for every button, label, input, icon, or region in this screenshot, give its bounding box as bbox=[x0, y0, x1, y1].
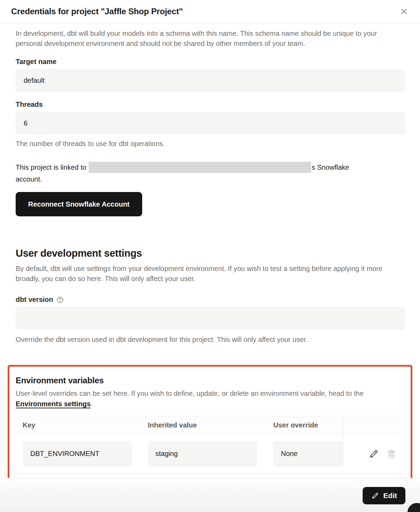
linked-account-text: This project is linked tos Snowflakeacco… bbox=[16, 161, 405, 185]
redacted-account-name bbox=[89, 162, 311, 173]
threads-label: Threads bbox=[16, 101, 405, 109]
table-row: DBT_ENVIRONMENT staging None bbox=[16, 434, 405, 474]
dbt-version-input[interactable] bbox=[16, 307, 405, 329]
table-header-row: Key Inherited value User override bbox=[16, 416, 405, 434]
dbt-version-helper-text: Override the dbt version used in dbt dev… bbox=[16, 335, 405, 345]
linked-account-suffix-2: account. bbox=[16, 173, 405, 185]
close-icon bbox=[399, 7, 409, 16]
pencil-icon bbox=[368, 448, 379, 459]
environment-variables-description: User-level overrides can be set here. If… bbox=[16, 388, 403, 409]
target-name-label: Target name bbox=[16, 58, 405, 66]
help-icon[interactable] bbox=[56, 296, 64, 304]
threads-input[interactable] bbox=[16, 112, 405, 134]
env-var-inherited-value: staging bbox=[148, 441, 257, 467]
modal-title: Credentials for project "Jaffle Shop Pro… bbox=[11, 7, 183, 16]
env-desc-period: . bbox=[91, 400, 93, 408]
environments-settings-link[interactable]: Environments settings bbox=[16, 400, 91, 408]
environment-variables-section: Environment variables User-level overrid… bbox=[8, 365, 412, 480]
dbt-version-label: dbt version bbox=[16, 296, 53, 304]
schema-description: In development, dbt will build your mode… bbox=[16, 29, 405, 49]
close-button[interactable] bbox=[398, 5, 410, 18]
reconnect-snowflake-button[interactable]: Reconnect Snowflake Account bbox=[16, 192, 142, 216]
env-desc-text: User-level overrides can be set here. If… bbox=[16, 390, 364, 397]
user-dev-settings-heading: User development settings bbox=[16, 248, 405, 259]
modal-body: In development, dbt will build your mode… bbox=[0, 29, 420, 480]
modal-header: Credentials for project "Jaffle Shop Pro… bbox=[0, 0, 420, 23]
linked-account-suffix: s Snowflake bbox=[312, 163, 349, 171]
environment-variables-heading: Environment variables bbox=[16, 376, 404, 385]
column-header-key: Key bbox=[16, 421, 141, 429]
delete-row-button[interactable] bbox=[386, 449, 397, 459]
threads-helper-text: The number of threads to use for dbt ope… bbox=[16, 139, 405, 149]
trash-icon bbox=[386, 449, 397, 459]
env-var-key-value: DBT_ENVIRONMENT bbox=[23, 441, 132, 467]
column-header-inherited-value: Inherited value bbox=[141, 421, 266, 429]
env-var-user-override-value: None bbox=[273, 441, 343, 467]
linked-account-prefix: This project is linked to bbox=[16, 163, 86, 171]
edit-button[interactable]: Edit bbox=[363, 487, 405, 504]
column-header-actions bbox=[343, 416, 405, 434]
pencil-icon bbox=[371, 491, 379, 500]
edit-row-button[interactable] bbox=[368, 448, 379, 459]
edit-button-label: Edit bbox=[383, 491, 397, 500]
modal-footer: Edit bbox=[0, 478, 420, 512]
environment-variables-table: Key Inherited value User override DBT_EN… bbox=[16, 416, 405, 474]
column-header-user-override: User override bbox=[266, 421, 343, 429]
target-name-input[interactable] bbox=[16, 69, 405, 91]
user-dev-settings-description: By default, dbt will use settings from y… bbox=[16, 264, 393, 284]
